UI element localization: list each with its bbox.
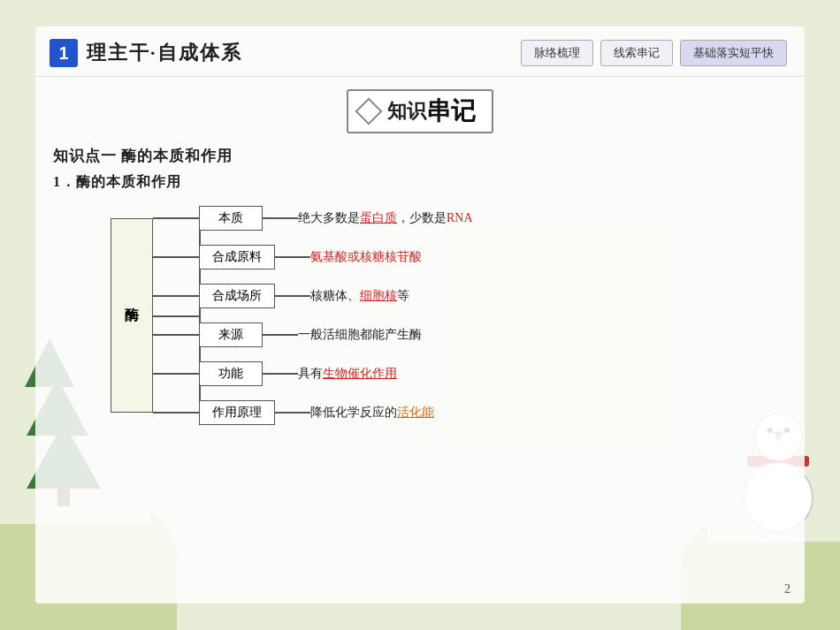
hline-5 bbox=[153, 373, 199, 375]
diagram-area: 酶 本质 绝大多数是蛋白质，少数是RNA 合成原料 氨基酸或核糖核苷酸 合成场所 bbox=[35, 199, 805, 432]
tab-clues[interactable]: 线索串记 bbox=[600, 40, 673, 66]
badge-highlight: 串记 bbox=[426, 95, 476, 128]
box-principle: 作用原理 bbox=[199, 400, 275, 425]
header-bar: 1 理主干·自成体系 脉络梳理 线索串记 基础落实短平快 bbox=[35, 27, 805, 77]
box-function: 功能 bbox=[199, 361, 263, 386]
row-material: 合成原料 氨基酸或核糖核苷酸 bbox=[153, 238, 422, 277]
badge-diamond-icon bbox=[355, 97, 382, 125]
box-nature: 本质 bbox=[199, 206, 263, 231]
enzyme-hline bbox=[153, 315, 199, 317]
hline-4b bbox=[263, 334, 298, 336]
row-nature: 本质 绝大多数是蛋白质，少数是RNA bbox=[153, 199, 473, 238]
box-location: 合成场所 bbox=[199, 284, 275, 308]
knowledge-point-title: 知识点一 酶的本质和作用 bbox=[35, 140, 805, 171]
knowledge-badge: 知识 串记 bbox=[347, 89, 493, 133]
hline-1 bbox=[153, 217, 199, 219]
enzyme-diagram: 酶 本质 绝大多数是蛋白质，少数是RNA 合成原料 氨基酸或核糖核苷酸 合成场所 bbox=[111, 199, 729, 432]
row-location: 合成场所 核糖体、细胞核等 bbox=[153, 277, 409, 315]
hline-4 bbox=[153, 334, 199, 336]
header-tabs: 脉络梳理 线索串记 基础落实短平快 bbox=[521, 40, 787, 66]
hline-3 bbox=[153, 295, 199, 297]
content-location: 核糖体、细胞核等 bbox=[310, 288, 409, 304]
subsection-title: 1．酶的本质和作用 bbox=[35, 171, 805, 199]
hline-5b bbox=[263, 373, 298, 375]
content-nature: 绝大多数是蛋白质，少数是RNA bbox=[298, 210, 473, 226]
badge-text: 知识 bbox=[387, 98, 426, 125]
enzyme-label-box: 酶 bbox=[111, 218, 153, 413]
hline-6 bbox=[153, 412, 199, 414]
row-source: 来源 一般活细胞都能产生酶 bbox=[153, 315, 422, 354]
box-material: 合成原料 bbox=[199, 245, 275, 269]
row-principle: 作用原理 降低化学反应的活化能 bbox=[153, 393, 434, 432]
section-title: 理主干·自成体系 bbox=[87, 40, 521, 66]
section-number: 1 bbox=[50, 39, 78, 67]
hline-3b bbox=[275, 295, 310, 297]
hline-1b bbox=[263, 217, 298, 219]
box-source: 来源 bbox=[199, 323, 263, 347]
page-number: 2 bbox=[784, 582, 790, 596]
content-function: 具有生物催化作用 bbox=[298, 366, 397, 382]
row-function: 功能 具有生物催化作用 bbox=[153, 354, 397, 393]
content-source: 一般活细胞都能产生酶 bbox=[298, 327, 422, 343]
hline-6b bbox=[275, 412, 310, 414]
tab-basics[interactable]: 基础落实短平快 bbox=[680, 40, 787, 66]
content-principle: 降低化学反应的活化能 bbox=[310, 405, 434, 421]
main-content: 1 理主干·自成体系 脉络梳理 线索串记 基础落实短平快 知识 串记 知识点一 … bbox=[35, 27, 805, 603]
tab-outline[interactable]: 脉络梳理 bbox=[521, 40, 593, 66]
hline-2 bbox=[153, 256, 199, 258]
content-material: 氨基酸或核糖核苷酸 bbox=[310, 249, 422, 265]
hline-2b bbox=[275, 256, 310, 258]
